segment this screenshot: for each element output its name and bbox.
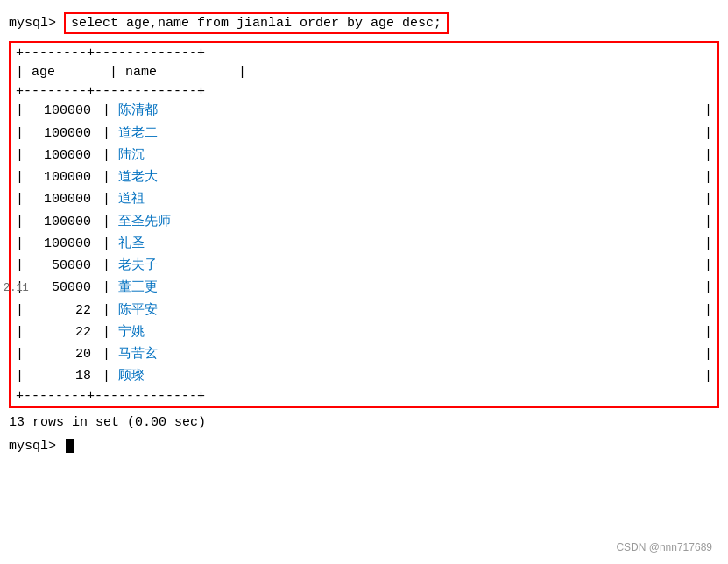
pipe-right: | (689, 212, 712, 232)
cell-name: 陈清都 (118, 101, 223, 121)
pipe-right: | (689, 278, 712, 298)
pipe-left: | (16, 189, 32, 209)
cell-age: 100000 (32, 234, 95, 254)
pipe-right: | (689, 366, 712, 386)
footer-line: 13 rows in set (0.00 sec) (0, 412, 728, 434)
cell-age: 50000 (32, 256, 95, 276)
pipe-left: | (16, 145, 32, 166)
table-row: | 50000 | 董三更 | (11, 277, 717, 299)
cell-age: 18 (32, 366, 95, 386)
cell-name: 顾璨 (118, 366, 223, 386)
cell-age: 22 (32, 300, 95, 321)
pipe-right: | (689, 256, 712, 276)
cell-age: 100000 (32, 101, 95, 121)
pipe-mid: | (95, 278, 118, 298)
separator-bot: +--------+-------------+ (11, 388, 717, 405)
cell-name: 至圣先师 (118, 212, 223, 232)
cell-name: 道老大 (118, 167, 223, 187)
table-row: | 22 | 陈平安 | (11, 300, 717, 321)
side-number: 2.11 (0, 280, 32, 296)
command-line: mysql> select age,name from jianlai orde… (0, 9, 728, 38)
table-row: | 20 | 马苦玄 | (11, 343, 717, 365)
cursor (66, 439, 74, 453)
pipe-mid: | (95, 322, 118, 342)
pipe-mid: | (95, 123, 118, 144)
pipe-right: | (689, 322, 712, 342)
sql-command: select age,name from jianlai order by ag… (64, 12, 449, 34)
pipe-left: | (16, 234, 32, 254)
cell-name: 礼圣 (118, 234, 223, 254)
pipe-right: | (689, 300, 712, 321)
pipe-mid: | (95, 256, 118, 276)
pipe-right: | (689, 344, 712, 364)
header-name: name (125, 62, 230, 82)
separator-mid: +--------+-------------+ (11, 83, 717, 100)
header-age: age (32, 62, 102, 82)
pipe-mid: | (95, 212, 118, 232)
pipe-mid: | (95, 167, 118, 187)
bottom-prompt-line: mysql> (0, 434, 728, 459)
pipe-mid: | (95, 344, 118, 364)
bottom-prompt-label: mysql> (9, 439, 64, 454)
pipe-left: | (16, 344, 32, 364)
cell-name: 陆沉 (118, 145, 223, 166)
table-row: | 100000 | 礼圣 | (11, 233, 717, 255)
pipe-mid: | (95, 145, 118, 166)
pipe-mid: | (95, 234, 118, 254)
cell-name: 宁姚 (118, 322, 223, 342)
pipe-left: | (16, 300, 32, 321)
table-row: | 100000 | 至圣先师 | (11, 211, 717, 233)
pipe-left: | (16, 212, 32, 232)
header-pipe-right: | (230, 62, 246, 82)
cell-age: 100000 (32, 123, 95, 144)
header-pipe-left: | (16, 62, 32, 82)
pipe-right: | (689, 167, 712, 187)
cell-age: 100000 (32, 212, 95, 232)
pipe-left: | (16, 123, 32, 144)
cell-age: 22 (32, 322, 95, 342)
cell-age: 100000 (32, 167, 95, 187)
cell-age: 100000 (32, 145, 95, 166)
header-pipe-mid: | (102, 62, 125, 82)
cell-age: 20 (32, 344, 95, 364)
terminal-window: mysql> select age,name from jianlai orde… (0, 0, 728, 564)
pipe-left: | (16, 101, 32, 121)
table-row: | 100000 | 道老二 | (11, 123, 717, 145)
table-row: | 22 | 宁姚 | (11, 321, 717, 343)
pipe-mid: | (95, 189, 118, 209)
pipe-left: | (16, 366, 32, 386)
pipe-left: | (16, 167, 32, 187)
pipe-right: | (689, 123, 712, 144)
pipe-right: | (689, 101, 712, 121)
header-row: | age | name | (11, 61, 717, 83)
pipe-right: | (689, 234, 712, 254)
cell-name: 马苦玄 (118, 344, 223, 364)
table-content: +--------+-------------+ | age | name | … (11, 43, 717, 406)
cell-name: 道老二 (118, 123, 223, 144)
table-row: | 100000 | 陈清都 | (11, 100, 717, 122)
pipe-left: | (16, 256, 32, 276)
result-box: +--------+-------------+ | age | name | … (9, 41, 719, 408)
prompt-label: mysql> (9, 16, 64, 31)
pipe-mid: | (95, 366, 118, 386)
pipe-mid: | (95, 101, 118, 121)
cell-name: 董三更 (118, 278, 223, 298)
separator-top: +--------+-------------+ (11, 45, 717, 61)
table-row: | 18 | 顾璨 | (11, 365, 717, 387)
table-row: | 100000 | 道老大 | (11, 166, 717, 188)
cell-age: 100000 (32, 189, 95, 209)
cell-name: 道祖 (118, 189, 223, 209)
cell-name: 老夫子 (118, 256, 223, 276)
table-row: | 50000 | 老夫子 | (11, 255, 717, 277)
pipe-right: | (689, 189, 712, 209)
table-row: | 100000 | 道祖 | (11, 188, 717, 210)
pipe-right: | (689, 145, 712, 166)
pipe-mid: | (95, 300, 118, 321)
table-row: | 100000 | 陆沉 | (11, 145, 717, 166)
cell-age: 50000 (32, 278, 95, 298)
watermark: CSDN @nnn717689 (616, 541, 712, 553)
cell-name: 陈平安 (118, 300, 223, 321)
data-rows: | 100000 | 陈清都 || 100000 | 道老二 || 100000… (11, 100, 717, 387)
pipe-left: | (16, 322, 32, 342)
